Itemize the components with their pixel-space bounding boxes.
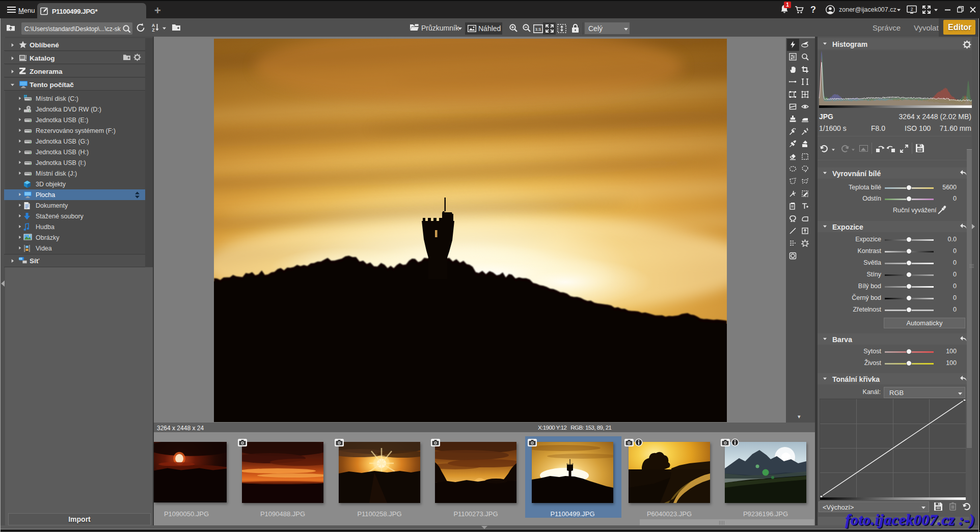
svg-text:2: 2 [911, 7, 913, 12]
svg-text:1:1: 1:1 [535, 27, 541, 32]
svg-text:Z: Z [152, 27, 154, 32]
